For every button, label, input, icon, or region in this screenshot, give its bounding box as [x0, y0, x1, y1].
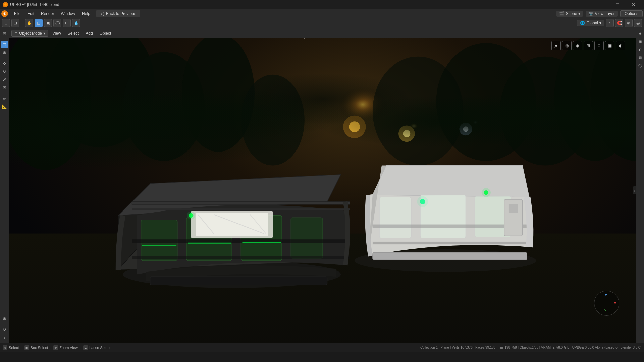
viewport-wireframe-btn[interactable]: ⊞ [584, 41, 593, 50]
svg-rect-34 [150, 277, 327, 285]
viewport-solid-btn[interactable]: ◉ [573, 41, 582, 50]
toolbar-eyedropper-btn[interactable]: 💧 [72, 19, 80, 27]
left-toolbar: ⊟ ◻ ⊕ ✛ ↻ ⤢ ⊡ ✏ 📐 ⊕ ↺ ‹ [0, 28, 9, 343]
vtool-sep-2 [2, 93, 8, 93]
layer-selector[interactable]: 📷 View Layer [586, 11, 617, 17]
right-panel-btn3[interactable]: ◐ [637, 46, 644, 53]
3d-viewport[interactable]: X Y Z ● ◎ ◉ ⊞ ⊙ ▣ ◐ › [9, 38, 636, 343]
zoom-label: Zoom View [59, 346, 78, 350]
left-tool-cursor-btn[interactable]: ⊕ [1, 49, 8, 56]
status-zoom: ⊕ Zoom View [53, 345, 78, 350]
toolbar-grab-btn[interactable]: ✋ [25, 19, 33, 27]
viewport-shading-btn[interactable]: ◐ [616, 41, 625, 50]
svg-point-42 [417, 196, 428, 207]
left-tool-measure-btn[interactable]: 📐 [1, 103, 8, 110]
main-toolbar: ⊞ ⊡ ✋ ◻ ▣ ◯ ⊏ 💧 🌐 Global ▾ ↕ 🧲 ⊚ ◎ [0, 18, 644, 28]
svg-point-51 [398, 125, 415, 142]
toolbar-layout-btn[interactable]: ⊡ [11, 19, 19, 27]
svg-point-7 [123, 52, 205, 161]
menu-right: 🎬 Scene ▾ 📷 View Layer Options [556, 10, 643, 17]
back-to-previous-button[interactable]: ◁ Back to Previous [96, 10, 140, 17]
minimize-button[interactable]: ─ [594, 0, 609, 9]
scene-selector[interactable]: 🎬 Scene ▾ [556, 11, 583, 17]
svg-rect-46 [509, 204, 518, 213]
toolbar-workspace-btn[interactable]: ⊞ [2, 19, 10, 27]
right-panel-btn4[interactable]: ⊟ [637, 54, 644, 61]
left-tool-select-btn[interactable]: ◻ [1, 41, 8, 48]
toolbar-proportional-btn[interactable]: ⊚ [625, 19, 633, 27]
viewport-overlay-btn[interactable]: ⊙ [594, 41, 604, 50]
svg-point-2 [368, 107, 441, 161]
mode-icon: ◻ [14, 31, 18, 36]
toolbar-lasso-btn[interactable]: ⊏ [63, 19, 71, 27]
status-box-select: ▣ Box Select [24, 345, 48, 350]
scene-svg [9, 38, 636, 343]
left-tool-mode-btn[interactable]: ⊟ [1, 29, 8, 37]
toolbar-transform-orient-btn[interactable]: ↕ [606, 19, 614, 27]
toolbar-proportional2-btn[interactable]: ◎ [634, 19, 642, 27]
left-tool-history-btn[interactable]: ↺ [1, 326, 8, 333]
collapse-right-panel[interactable]: › [633, 186, 636, 194]
svg-point-44 [482, 188, 491, 197]
svg-rect-25 [132, 202, 350, 204]
window-controls: ─ □ ✕ [594, 0, 641, 9]
right-panel-btn2[interactable]: ▣ [637, 38, 644, 45]
window-title: UPBGE* [D:\kit_1440.blend] [10, 2, 594, 7]
viewport-menu-select[interactable]: Select [65, 30, 82, 36]
toolbar-circle-select-btn[interactable]: ◯ [53, 19, 61, 27]
toolbar-select-btn[interactable]: ◻ [35, 19, 43, 27]
viewport-menu-object[interactable]: Object [97, 30, 114, 36]
left-tool-move-btn[interactable]: ✛ [1, 60, 8, 67]
back-arrow-icon: ◁ [100, 11, 104, 16]
left-tool-rotate-btn[interactable]: ↻ [1, 68, 8, 75]
svg-rect-21 [132, 256, 350, 259]
status-select: 🖱 Select [3, 345, 19, 350]
options-button[interactable]: Options [620, 10, 643, 17]
svg-point-33 [187, 211, 195, 219]
blender-logo: ◐ [1, 10, 8, 17]
transform-selector[interactable]: 🌐 Global ▾ [577, 20, 604, 26]
viewport-rendered-btn[interactable]: ● [551, 41, 561, 50]
object-mode-selector[interactable]: ◻ Object Mode ▾ [11, 30, 48, 37]
left-tool-transform-btn[interactable]: ⊡ [1, 84, 8, 91]
vtool-sep-4 [2, 324, 8, 324]
viewport-material-btn[interactable]: ◎ [562, 41, 572, 50]
toolbar-box-select-btn[interactable]: ▣ [44, 19, 52, 27]
svg-rect-19 [291, 218, 323, 258]
svg-rect-24 [242, 242, 281, 243]
status-stats: Collection 1 | Plane | Verts:107,376 | F… [420, 346, 641, 349]
viewport-xray-btn[interactable]: ▣ [605, 41, 614, 50]
svg-point-48 [349, 121, 360, 132]
svg-point-5 [9, 38, 91, 170]
maximize-button[interactable]: □ [610, 0, 625, 9]
menu-item-render[interactable]: Render [38, 11, 57, 17]
toolbar-snap-btn[interactable]: 🧲 [615, 19, 623, 27]
svg-rect-23 [188, 243, 231, 244]
viewport-overlay-buttons: ● ◎ ◉ ⊞ ⊙ ▣ ◐ [551, 41, 625, 50]
left-tool-add-btn[interactable]: ⊕ [1, 315, 8, 322]
transform-label: Global [586, 21, 598, 25]
scene-dropdown-icon: ▾ [578, 11, 580, 16]
svg-point-14 [591, 38, 636, 161]
right-panel-btn1[interactable]: ◉ [637, 29, 644, 37]
right-panel-btn5[interactable]: ◯ [637, 62, 644, 69]
left-tool-annotate-btn[interactable]: ✏ [1, 95, 8, 102]
svg-point-59 [304, 38, 305, 39]
menu-item-file[interactable]: File [11, 11, 24, 17]
menu-item-edit[interactable]: Edit [24, 11, 38, 17]
svg-rect-36 [379, 197, 411, 238]
left-tool-collapse-btn[interactable]: ‹ [1, 334, 8, 341]
menu-item-help[interactable]: Help [78, 11, 94, 17]
close-button[interactable]: ✕ [626, 0, 641, 9]
navigation-gizmo[interactable]: X Y Z [594, 291, 619, 316]
viewport-menu-add[interactable]: Add [83, 30, 95, 36]
layer-label: View Layer [595, 11, 614, 16]
svg-point-9 [241, 75, 305, 166]
svg-point-6 [46, 38, 155, 147]
viewport-menu-view[interactable]: View [50, 30, 64, 36]
svg-rect-22 [142, 245, 176, 246]
left-tool-scale-btn[interactable]: ⤢ [1, 76, 8, 83]
menu-item-window[interactable]: Window [57, 11, 78, 17]
box-select-label: Box Select [31, 346, 48, 350]
layer-icon: 📷 [588, 11, 593, 16]
